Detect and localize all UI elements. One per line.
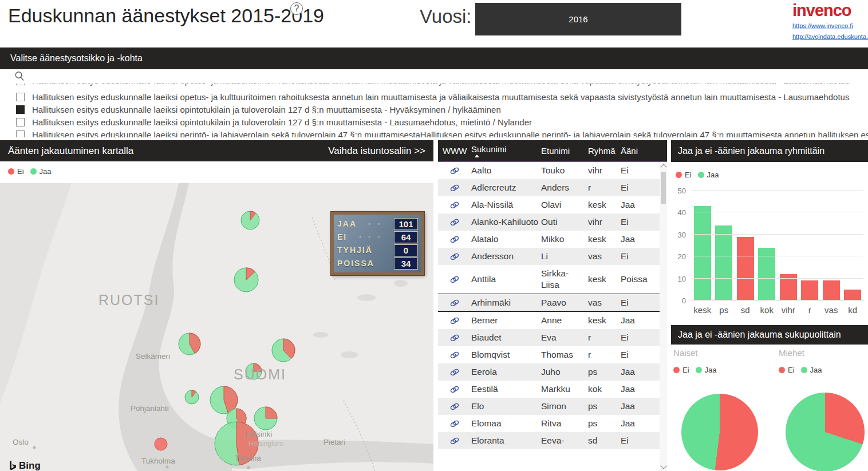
firstname-cell: Markku: [541, 381, 588, 398]
table-row[interactable]: AnderssonLivasEi: [438, 248, 660, 265]
page-title: Eduskunnan äänestykset 2015-2019: [8, 5, 324, 27]
map-panel: Äänten jakautuminen kartalla Vaihda istu…: [0, 140, 433, 471]
ei-legend-label: Ei: [17, 167, 24, 176]
table-row[interactable]: AaltoToukovihrEi: [438, 162, 660, 179]
naiset-pie-chart[interactable]: [681, 394, 758, 470]
link-icon[interactable]: [449, 235, 460, 244]
link-icon[interactable]: [449, 385, 460, 394]
column-header-etunimi[interactable]: Etunimi: [541, 146, 588, 156]
map-vote-pie[interactable]: [241, 211, 259, 229]
link-icon[interactable]: [449, 350, 460, 359]
table-row[interactable]: ElomaaRitvapsJaa: [438, 415, 660, 432]
table-row[interactable]: AnttilaSirkka-LiisakeskPoissa: [438, 265, 660, 294]
link-icon[interactable]: [449, 298, 460, 307]
bar-vas[interactable]: [823, 280, 840, 300]
column-header-www[interactable]: WWW: [438, 146, 471, 156]
miehet-label: Miehet: [779, 348, 804, 358]
bar-kesk[interactable]: [694, 206, 711, 300]
table-row[interactable]: ElorantaEeva-sdEi: [438, 432, 660, 449]
table-row[interactable]: EestiläMarkkukokJaa: [438, 381, 660, 398]
table-row[interactable]: AlataloMikkokeskJaa: [438, 231, 660, 248]
map-vote-pie[interactable]: [234, 268, 258, 292]
ei-legend-label: Ei: [682, 366, 689, 374]
vote-cell: Jaa: [621, 196, 660, 213]
link-icon[interactable]: [449, 316, 460, 325]
scoreboard-label: JAA: [337, 219, 357, 228]
table-row[interactable]: BlomqvistThomasrEi: [438, 346, 660, 363]
table-row[interactable]: ArhinmäkiPaavovasEi: [438, 294, 660, 312]
year-dropdown[interactable]: 2016: [475, 3, 681, 35]
avoindata-link[interactable]: http://avoindata.eduskunta.fi: [792, 33, 868, 40]
checkbox-unchecked-icon[interactable]: [16, 130, 25, 138]
vote-item-row[interactable]: Hallituksen esitys eduskunnalle laeiksi …: [0, 90, 868, 103]
firstname-cell: Li: [541, 248, 588, 265]
year-label: Vuosi:: [420, 6, 472, 27]
bar-chart-title: Jaa ja ei -äänien jakauma ryhmittäin: [671, 140, 868, 162]
map-vote-pie[interactable]: [155, 438, 167, 450]
vote-item-row[interactable]: Hallituksen esitys eduskunnalle laeiksi …: [0, 116, 868, 128]
bar-ps[interactable]: [715, 225, 732, 300]
table-row[interactable]: BiaudetEvarEi: [438, 329, 660, 346]
vote-item-row[interactable]: Hallituksen esitys eduskunnalle laeiksi …: [0, 103, 868, 116]
map-vote-pie[interactable]: [185, 390, 199, 404]
miehet-legend: Ei Jaa: [779, 366, 822, 374]
link-icon[interactable]: [449, 200, 460, 209]
link-icon[interactable]: [449, 333, 460, 342]
map-vote-pie[interactable]: [272, 339, 295, 362]
map-vote-pie[interactable]: [254, 407, 277, 430]
link-icon[interactable]: [449, 166, 460, 175]
miehet-pie-chart[interactable]: [786, 393, 865, 471]
naiset-label: Naiset: [673, 348, 698, 358]
invenco-link[interactable]: https://www.invenco.fi: [792, 22, 853, 29]
link-icon[interactable]: [449, 275, 460, 284]
column-header-ryhma[interactable]: Ryhmä: [588, 146, 621, 156]
search-icon[interactable]: [14, 70, 25, 82]
bar-kd[interactable]: [844, 290, 861, 300]
link-icon[interactable]: [449, 436, 460, 445]
firstname-cell: Paavo: [541, 294, 588, 311]
bing-logo-icon: [9, 461, 17, 471]
table-row[interactable]: BernerAnnekeskJaa: [438, 312, 660, 329]
link-icon[interactable]: [449, 217, 460, 227]
surname-cell: Eloranta: [471, 432, 541, 449]
vote-item-row[interactable]: Hallituksen esitys eduskunnalle laeiksi …: [0, 128, 868, 137]
checkbox-unchecked-icon[interactable]: [16, 118, 25, 126]
jaa-legend-dot: [30, 168, 37, 175]
table-row[interactable]: Ala-NissiläOlavikeskJaa: [438, 196, 660, 213]
vote-item-label: Hallituksen esitys eduskunnalle laeiksi …: [32, 92, 868, 102]
scroll-up-icon[interactable]: [660, 164, 666, 170]
vote-cell: Jaa: [621, 312, 660, 329]
scoreboard-label: TYHJIÄ: [337, 246, 373, 255]
checkbox-unchecked-icon[interactable]: [16, 84, 25, 85]
scoreboard-row: TYHJIÄ0: [337, 244, 418, 256]
link-icon[interactable]: [449, 402, 460, 411]
checkbox-unchecked-icon[interactable]: [16, 93, 25, 101]
map-panel-title: Äänten jakautuminen kartalla: [8, 145, 133, 157]
firstname-cell: Outi: [541, 213, 588, 231]
link-icon[interactable]: [449, 252, 460, 261]
map-vote-pie[interactable]: [179, 333, 200, 355]
link-icon[interactable]: [449, 183, 460, 192]
checkbox-checked-icon[interactable]: [16, 105, 25, 114]
vote-item-row[interactable]: Hallituksen esitys eduskunnalle laeiksi …: [0, 84, 868, 90]
column-header-sukunimi[interactable]: Sukunimi: [471, 144, 541, 157]
gridline: [692, 278, 863, 279]
jaa-legend-dot: [698, 172, 704, 178]
party-cell: r: [588, 329, 621, 346]
vote-cell: Ei: [621, 329, 660, 346]
scrollbar-thumb[interactable]: [661, 172, 666, 204]
table-scrollbar[interactable]: [660, 162, 667, 471]
link-icon[interactable]: [449, 419, 460, 428]
table-row[interactable]: AdlercreutzAndersrEi: [438, 179, 660, 196]
table-row[interactable]: EerolaJuhopsJaa: [438, 363, 660, 381]
table-row[interactable]: Alanko-KahiluotoOutivihrEi: [438, 213, 660, 231]
y-tick-label: 30: [671, 231, 686, 239]
switch-to-chamber-link[interactable]: Vaihda istuntosaliin >>: [328, 145, 425, 157]
scroll-down-icon[interactable]: [660, 462, 666, 469]
table-row[interactable]: EloSimonpsJaa: [438, 398, 660, 415]
help-icon[interactable]: ?: [290, 2, 303, 15]
link-icon[interactable]: [449, 367, 460, 377]
bar-sd[interactable]: [737, 237, 754, 300]
bar-r[interactable]: [801, 280, 818, 300]
column-header-aani[interactable]: Ääni: [621, 146, 667, 156]
